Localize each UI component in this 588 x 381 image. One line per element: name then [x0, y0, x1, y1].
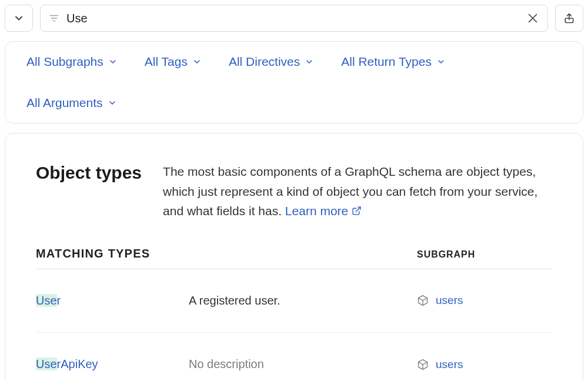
column-header-types: MATCHING TYPES — [36, 247, 189, 260]
filter-label: All Arguments — [26, 96, 103, 110]
column-header-subgraph: SUBGRAPH — [417, 249, 552, 260]
learn-more-label: Learn more — [285, 201, 348, 221]
type-name-rest: rApiKey — [57, 357, 98, 370]
chevron-down-icon — [192, 57, 202, 66]
chevron-down-icon — [305, 57, 314, 66]
filter-tags[interactable]: All Tags — [145, 55, 202, 69]
learn-more-link[interactable]: Learn more — [285, 201, 362, 221]
table-header: MATCHING TYPES SUBGRAPH — [36, 247, 552, 269]
type-name-rest: r — [57, 294, 61, 307]
match-highlight: Use — [36, 357, 57, 370]
share-button[interactable] — [555, 5, 583, 32]
cube-icon — [417, 359, 429, 370]
search-field[interactable] — [40, 5, 548, 32]
top-bar — [0, 0, 588, 32]
filter-label: All Subgraphs — [26, 55, 103, 69]
search-input[interactable] — [66, 12, 519, 25]
filters-bar: All Subgraphs All Tags All Directives Al… — [5, 41, 583, 123]
clear-search-button[interactable] — [526, 12, 539, 25]
subgraph-name: users — [436, 294, 463, 307]
subgraph-link[interactable]: users — [417, 294, 552, 307]
filter-label: All Tags — [145, 55, 188, 69]
filter-directives[interactable]: All Directives — [229, 55, 314, 69]
share-icon — [563, 12, 575, 24]
type-description: No description — [189, 357, 417, 371]
filter-arguments[interactable]: All Arguments — [26, 96, 117, 110]
filter-label: All Return Types — [341, 55, 432, 69]
filter-return-types[interactable]: All Return Types — [341, 55, 446, 69]
section-description: The most basic components of a GraphQL s… — [163, 162, 552, 221]
svg-line-6 — [356, 208, 360, 212]
type-link-userapikey[interactable]: UserApiKey — [36, 357, 98, 371]
cube-icon — [417, 295, 429, 306]
type-selector-dropdown[interactable] — [5, 5, 33, 32]
type-description: A registered user. — [189, 294, 417, 308]
chevron-down-icon — [108, 98, 117, 108]
chevron-down-icon — [436, 57, 446, 66]
section-title: Object types — [36, 162, 142, 183]
table-row: User A registered user. users — [36, 269, 552, 333]
results-panel: Object types The most basic components o… — [5, 133, 583, 381]
subgraph-name: users — [436, 358, 463, 371]
chevron-down-icon — [13, 12, 25, 24]
external-link-icon — [352, 206, 362, 216]
table-row: UserApiKey No description users — [36, 333, 552, 381]
chevron-down-icon — [108, 57, 118, 66]
filter-icon — [49, 13, 59, 24]
type-link-user[interactable]: User — [36, 293, 61, 308]
filter-label: All Directives — [229, 55, 300, 69]
subgraph-link[interactable]: users — [417, 358, 552, 371]
results-header: Object types The most basic components o… — [36, 162, 552, 221]
filter-subgraphs[interactable]: All Subgraphs — [26, 55, 118, 69]
match-highlight: Use — [36, 294, 57, 307]
